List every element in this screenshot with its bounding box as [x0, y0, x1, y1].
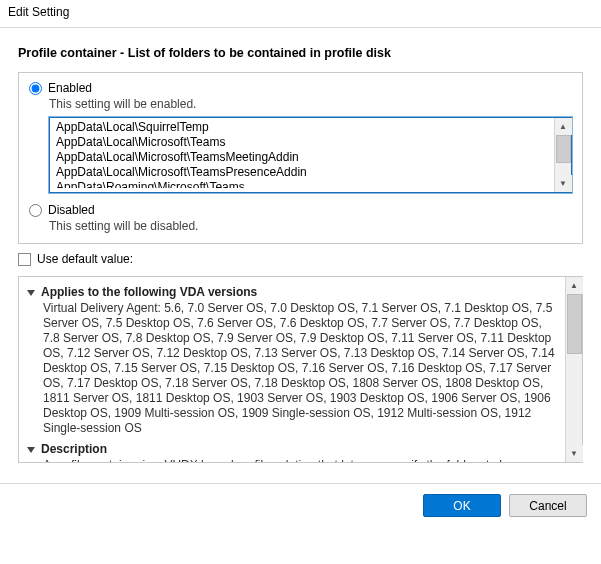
title-bar: Edit Setting — [0, 0, 601, 28]
scroll-thumb[interactable] — [567, 294, 582, 354]
chevron-down-icon — [27, 290, 35, 296]
list-item[interactable]: AppData\Local\Microsoft\TeamsPresenceAdd… — [56, 165, 548, 180]
scroll-up-icon[interactable]: ▲ — [566, 277, 583, 294]
window-title: Edit Setting — [8, 5, 69, 19]
cancel-button[interactable]: Cancel — [509, 494, 587, 517]
enabled-hint: This setting will be enabled. — [49, 97, 572, 111]
info-scrollbar[interactable]: ▲ ▼ — [565, 277, 582, 462]
enabled-label: Enabled — [48, 81, 92, 95]
description-text: A profile container is a VHDX based prof… — [43, 458, 557, 462]
dialog-content: Profile container - List of folders to b… — [0, 28, 601, 463]
list-item[interactable]: AppData\Local\Microsoft\TeamsMeetingAddi… — [56, 150, 548, 165]
applies-header[interactable]: Applies to the following VDA versions — [27, 285, 557, 300]
folder-list-body[interactable]: AppData\Local\SquirrelTemp AppData\Local… — [50, 118, 554, 192]
scroll-up-icon[interactable]: ▲ — [555, 118, 572, 135]
info-body: Applies to the following VDA versions Vi… — [19, 277, 565, 462]
list-item[interactable]: AppData\Local\Microsoft\Teams — [56, 135, 548, 150]
use-default-row[interactable]: Use default value: — [18, 252, 583, 266]
description-header[interactable]: Description — [27, 442, 557, 457]
dialog-footer: OK Cancel — [0, 484, 601, 527]
applies-heading-text: Applies to the following VDA versions — [41, 285, 257, 300]
list-scrollbar[interactable]: ▲ ▼ — [554, 118, 571, 192]
use-default-checkbox[interactable] — [18, 253, 31, 266]
disabled-label: Disabled — [48, 203, 95, 217]
scroll-thumb[interactable] — [556, 135, 571, 163]
disabled-radio-row[interactable]: Disabled — [29, 203, 572, 217]
setting-title: Profile container - List of folders to b… — [18, 46, 583, 60]
disabled-radio[interactable] — [29, 204, 42, 217]
scroll-down-icon[interactable]: ▼ — [555, 175, 572, 192]
scroll-down-icon[interactable]: ▼ — [566, 445, 583, 462]
enabled-radio[interactable] — [29, 82, 42, 95]
applies-text: Virtual Delivery Agent: 5.6, 7.0 Server … — [43, 301, 557, 436]
folder-list[interactable]: AppData\Local\SquirrelTemp AppData\Local… — [49, 117, 572, 193]
info-panel: Applies to the following VDA versions Vi… — [18, 276, 583, 463]
list-item[interactable]: AppData\Roaming\Microsoft\Teams — [56, 180, 548, 188]
value-group: Enabled This setting will be enabled. Ap… — [18, 72, 583, 244]
description-heading-text: Description — [41, 442, 107, 457]
ok-button[interactable]: OK — [423, 494, 501, 517]
enabled-radio-row[interactable]: Enabled — [29, 81, 572, 95]
disabled-hint: This setting will be disabled. — [49, 219, 572, 233]
chevron-down-icon — [27, 447, 35, 453]
list-item[interactable]: AppData\Local\SquirrelTemp — [56, 120, 548, 135]
use-default-label: Use default value: — [37, 252, 133, 266]
